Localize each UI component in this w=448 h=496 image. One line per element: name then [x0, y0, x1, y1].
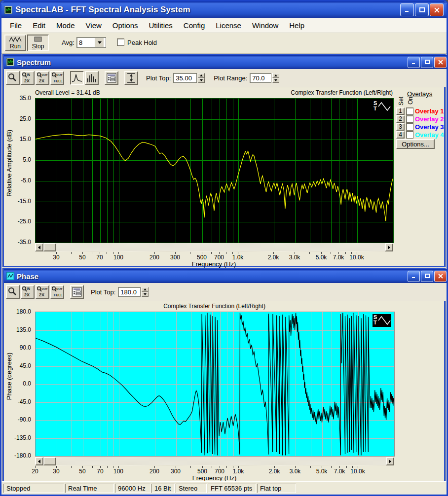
menu-help[interactable]: Help — [284, 19, 310, 32]
spectrum-plot[interactable] — [35, 98, 394, 243]
menu-view[interactable]: View — [80, 19, 107, 32]
scroll-left-icon[interactable] — [35, 457, 43, 465]
x-tick-label: 70 — [97, 468, 103, 475]
y-tick-label: 25.0 — [20, 115, 31, 122]
x-tick-label: 50 — [79, 468, 85, 475]
spectrum-h-scrollbar[interactable] — [35, 243, 393, 251]
phase-chart-title: Complex Transfer Function (Left/Right) — [35, 303, 394, 310]
status-panel-6: Flat top — [257, 484, 296, 493]
svg-text:OUT: OUT — [56, 73, 63, 76]
stop-button[interactable]: Stop — [27, 35, 49, 51]
phase-h-scrollbar[interactable] — [35, 457, 394, 465]
run-button-label: Run — [10, 43, 21, 50]
overlay-on-checkbox-1[interactable] — [406, 107, 413, 115]
scrollbar-track[interactable] — [56, 243, 385, 251]
x-tick-label: 100 — [113, 254, 123, 261]
overlay-set-button-1[interactable]: 1 — [396, 107, 405, 115]
overlay-set-button-3[interactable]: 3 — [396, 123, 405, 131]
phase-plot-top-spinner[interactable] — [142, 287, 149, 297]
svg-text:IN: IN — [27, 73, 30, 76]
phase-maximize-button[interactable] — [421, 271, 433, 282]
scrollbar-thumb[interactable] — [43, 457, 56, 465]
zoom-out-2x-button[interactable]: OUT2X — [36, 71, 49, 85]
run-button[interactable]: Run — [4, 35, 26, 51]
phase-titlebar[interactable]: Phase — [4, 269, 448, 283]
peak-hold-checkbox[interactable] — [117, 38, 124, 46]
menu-edit[interactable]: Edit — [27, 19, 51, 32]
overlay-set-button-4[interactable]: 4 — [396, 131, 405, 139]
menu-file[interactable]: File — [4, 19, 27, 32]
status-bar: StoppedReal Time96000 Hz16 BitStereoFFT … — [1, 481, 447, 495]
zoom-in-2x-button[interactable]: IN2X — [21, 71, 35, 85]
x-tick-label: 100 — [113, 468, 123, 475]
phase-close-button[interactable] — [434, 271, 447, 282]
avg-select[interactable]: 8 — [76, 37, 106, 48]
svg-text:OUT: OUT — [56, 287, 63, 290]
menu-window[interactable]: Window — [247, 19, 284, 32]
zoom-out-full-button[interactable]: OUTFULL — [50, 71, 64, 85]
x-tick-label: 700 — [215, 468, 224, 475]
zoom-out-full-button[interactable]: OUTFULL — [50, 285, 64, 299]
x-tick-label: 50 — [79, 254, 85, 261]
svg-text:2X: 2X — [39, 292, 44, 297]
scroll-right-icon[interactable] — [386, 457, 394, 465]
scrollbar-track[interactable] — [56, 457, 386, 465]
peak-curve-button[interactable] — [70, 71, 84, 85]
display-options-button[interactable] — [70, 285, 84, 299]
phase-minimize-button[interactable] — [408, 271, 420, 282]
zoom-in-2x-button[interactable]: IN2X — [21, 285, 35, 299]
scrollbar-thumb[interactable] — [43, 243, 56, 251]
zoom-out-2x-button[interactable]: OUT2X — [36, 285, 49, 299]
spectrum-close-button[interactable] — [434, 57, 447, 68]
phase-plot[interactable] — [35, 312, 395, 457]
menu-config[interactable]: Config — [178, 19, 210, 32]
plot-top-input[interactable]: 35.00 — [173, 73, 197, 83]
plot-range-spinner[interactable] — [272, 73, 279, 83]
close-button[interactable] — [430, 3, 444, 16]
spectralab-logo: S T — [373, 100, 391, 113]
chevron-down-icon[interactable] — [95, 38, 104, 47]
menu-options[interactable]: Options — [107, 19, 144, 32]
menu-utilities[interactable]: Utilities — [144, 19, 178, 32]
overlay-on-checkbox-3[interactable] — [406, 123, 413, 131]
spectrum-toolbar: IN2XOUT2XOUTFULL Plot Top: 35.00 Plot Ra… — [4, 69, 446, 87]
status-panel-2: 96000 Hz — [115, 484, 150, 493]
maximize-button[interactable] — [415, 3, 429, 16]
display-options-button[interactable] — [105, 71, 118, 85]
stop-icon — [32, 36, 44, 42]
spectrum-window-title: Spectrum — [17, 58, 405, 67]
overlay-row-3: 3Overlay 3 — [396, 123, 444, 131]
overlay-row-2: 2Overlay 2 — [396, 115, 444, 123]
scroll-right-icon[interactable] — [385, 243, 393, 251]
zoom-button[interactable] — [6, 71, 20, 85]
overlay-on-checkbox-4[interactable] — [406, 131, 413, 139]
phase-plot-top-input[interactable]: 180.0 — [118, 287, 141, 297]
x-tick-label: 200 — [149, 468, 159, 475]
plot-range-input[interactable]: 70.0 — [250, 73, 271, 83]
vertical-scale-button[interactable] — [124, 71, 138, 85]
y-tick-label: -5.0 — [21, 177, 31, 184]
overlay-set-button-2[interactable]: 2 — [396, 115, 405, 123]
menu-mode[interactable]: Mode — [51, 19, 80, 32]
scroll-left-icon[interactable] — [35, 243, 43, 251]
bar-display-button[interactable] — [85, 71, 99, 85]
stop-button-label: Stop — [32, 43, 44, 50]
zoom-button[interactable] — [6, 285, 20, 299]
x-tick-label: 10.0k — [349, 254, 364, 261]
x-tick-label: 200 — [149, 254, 159, 261]
main-titlebar[interactable]: SpectraLAB - FFT Spectral Analysis Syste… — [1, 1, 447, 18]
x-tick-label: 30 — [53, 254, 59, 261]
waveform-icon — [9, 36, 22, 42]
overlays-options-button[interactable]: Options... — [396, 139, 435, 149]
spectrum-minimize-button[interactable] — [408, 57, 420, 68]
plot-top-spinner[interactable] — [198, 73, 205, 83]
spectrum-titlebar[interactable]: Spectrum — [4, 55, 448, 69]
y-tick-label: 35.0 — [20, 95, 31, 102]
overlay-on-checkbox-2[interactable] — [406, 115, 413, 123]
spectrum-maximize-button[interactable] — [421, 57, 433, 68]
minimize-button[interactable] — [400, 3, 414, 16]
plot-range-label: Plot Range: — [214, 74, 247, 82]
x-tick-label: 500 — [197, 254, 207, 261]
menu-license[interactable]: License — [210, 19, 247, 32]
phase-y-axis-label: Phase (degrees) — [5, 353, 13, 400]
